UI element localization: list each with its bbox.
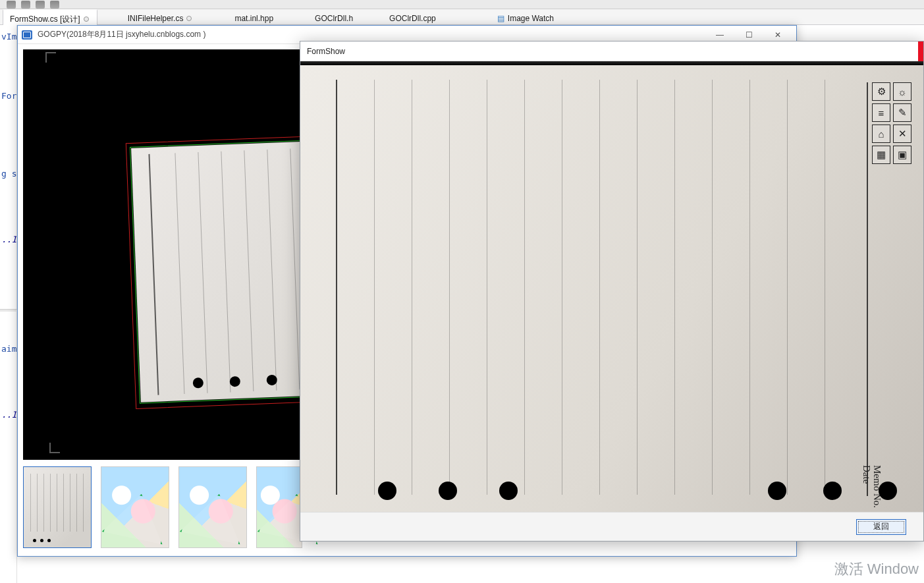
code-fragment: ..Im — [1, 410, 17, 420]
windows-activation-watermark: 激活 Window — [834, 559, 919, 579]
paper-holes-left — [378, 482, 518, 500]
stamp-icon: ≡ — [872, 103, 890, 122]
toolbar-icon — [7, 1, 16, 9]
stamp-icon: ✎ — [893, 103, 911, 122]
pin-icon[interactable] — [84, 16, 89, 22]
stamp-icon: ▦ — [872, 146, 890, 164]
tab-label: GOClrDll.h — [315, 14, 353, 23]
window-title: GOGPY(2018年8月11日 jsxyhelu.cnblogs.com ) — [38, 29, 700, 40]
tab-formshow-design[interactable]: FormShow.cs [设计] — [3, 9, 97, 25]
toolbar-icon — [21, 1, 30, 9]
code-fragment: g st — [1, 169, 17, 179]
return-button[interactable]: 返回 — [856, 519, 906, 535]
thumbnail-item[interactable] — [101, 466, 169, 548]
stamp-icon: ☼ — [893, 82, 911, 101]
document-tabstrip: FormShow.cs [设计] INIFileHelper.cs mat.in… — [0, 9, 924, 25]
tab-goclrdll-h[interactable]: GOClrDll.h — [308, 9, 362, 24]
tab-goclrdll-cpp[interactable]: GOClrDll.cpp — [383, 9, 445, 24]
code-fragment: ..Im — [1, 235, 17, 244]
minimize-icon: — — [716, 30, 724, 40]
stamp-icon: ✕ — [893, 125, 911, 143]
stamp-icon: ⌂ — [872, 125, 890, 143]
formshow-footer: 返回 — [300, 512, 923, 541]
close-button[interactable] — [918, 42, 923, 61]
crop-corner-icon — [49, 443, 60, 453]
stamp-icon: ▣ — [893, 146, 911, 164]
thumbnail-item[interactable] — [178, 466, 247, 548]
tab-label: GOClrDll.cpp — [389, 14, 436, 23]
tab-inifilehelper[interactable]: INIFileHelper.cs — [121, 9, 201, 24]
tab-label: mat.inl.hpp — [234, 14, 273, 23]
ide-toolbar[interactable] — [0, 0, 924, 9]
close-icon: ✕ — [775, 30, 781, 40]
code-fragment: For — [1, 91, 16, 101]
tab-mat-inl[interactable]: mat.inl.hpp — [228, 9, 282, 24]
crop-corner-icon — [45, 52, 56, 63]
memo-column: ⚙ ☼ ≡ ✎ ⌂ ✕ ▦ ▣ Memo No. Date — [867, 82, 917, 496]
code-fragment: aim — [1, 344, 16, 354]
tab-label: FormShow.cs [设计] — [10, 14, 80, 25]
maximize-icon: ☐ — [746, 30, 753, 40]
tab-label: Image Watch — [508, 14, 554, 23]
preview-icon: ▤ — [497, 14, 504, 23]
tab-image-watch[interactable]: ▤ Image Watch — [491, 9, 562, 24]
paper-holes-right — [768, 482, 897, 500]
stamp-icons: ⚙ ☼ ≡ ✎ ⌂ ✕ ▦ ▣ — [872, 82, 911, 164]
window-title: FormShow — [307, 47, 345, 56]
thumbnail-item[interactable] — [256, 466, 302, 548]
stamp-icon: ⚙ — [872, 82, 890, 101]
toolbar-icon — [50, 1, 59, 9]
toolbar-icon — [36, 1, 45, 9]
formshow-titlebar[interactable]: FormShow — [300, 42, 923, 61]
code-fragment: vImag — [1, 32, 17, 42]
code-gutter: vImag For g st ..Im aim ..Im — [0, 25, 17, 583]
formshow-body: ⚙ ☼ ≡ ✎ ⌂ ✕ ▦ ▣ Memo No. Date — [300, 61, 923, 512]
tab-label: INIFileHelper.cs — [128, 14, 184, 23]
app-icon — [22, 30, 32, 40]
formshow-window: FormShow ⚙ ☼ ≡ ✎ ⌂ ✕ — [300, 41, 924, 541]
pin-icon[interactable] — [186, 16, 192, 21]
scanned-image[interactable]: ⚙ ☼ ≡ ✎ ⌂ ✕ ▦ ▣ Memo No. Date — [300, 65, 923, 512]
thumbnail-item[interactable] — [23, 466, 92, 548]
